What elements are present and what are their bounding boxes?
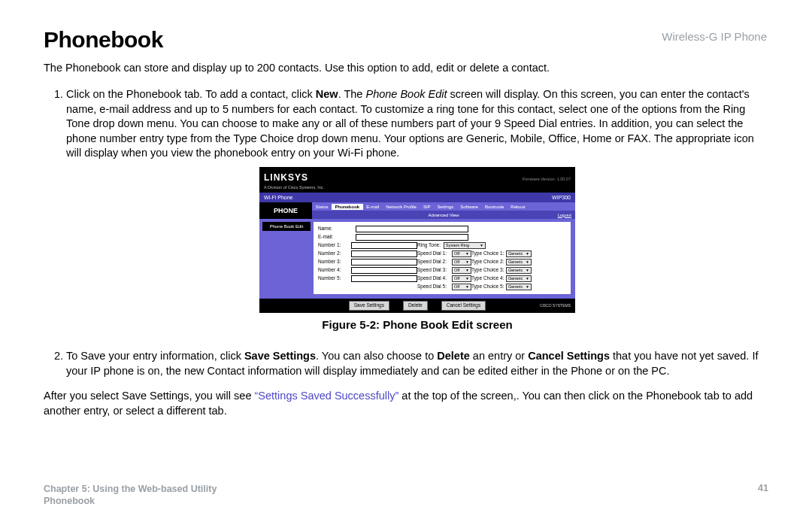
step2-m2: an entry or	[470, 350, 528, 362]
bar-title: Wi-Fi Phone	[264, 194, 293, 201]
figure-caption: Figure 5-2: Phone Book Edit screen	[66, 317, 768, 332]
tab-bootcode[interactable]: Bootcode	[481, 204, 507, 210]
step-2: To Save your entry information, click Sa…	[66, 349, 768, 378]
step2-m1: . You can also choose to	[316, 350, 437, 362]
header-product: Wireless-G IP Phone	[662, 30, 767, 43]
step1-new: New	[316, 88, 338, 100]
number1-input[interactable]	[351, 242, 417, 249]
footer-section: Phonebook	[44, 495, 217, 507]
tab-status[interactable]: Status	[312, 204, 332, 210]
label-sd5: Speed Dial 5:	[417, 284, 452, 290]
phonebook-edit-form: Name: E-mail: Number 1: Ring Tone: Syste…	[314, 222, 571, 294]
number5-input[interactable]	[351, 275, 417, 282]
save-settings-button[interactable]: Save Settings	[349, 301, 389, 311]
label-n4: Number 4:	[318, 267, 351, 274]
name-input[interactable]	[356, 226, 468, 232]
tab-network[interactable]: Network Profile	[383, 204, 420, 210]
step-1: Click on the Phonebook tab. To add a con…	[66, 87, 768, 332]
firmware-version: Firmware Version: 1.00.07	[523, 177, 571, 182]
delete-button[interactable]: Delete	[403, 301, 428, 311]
step1-italic: Phone Book Edit	[365, 88, 447, 100]
speed-dial-4-select[interactable]: Off▼	[452, 275, 471, 282]
label-n1: Number 1:	[318, 242, 351, 249]
label-n5: Number 5:	[318, 275, 351, 282]
cancel-settings-button[interactable]: Cancel Settings	[441, 301, 486, 311]
label-n2: Number 2:	[318, 250, 351, 257]
chevron-down-icon: ▼	[480, 243, 483, 248]
tab-settings[interactable]: Settings	[434, 204, 457, 210]
bar-model: WIP300	[552, 194, 571, 201]
speed-dial-3-select[interactable]: Off▼	[452, 267, 471, 274]
tab-phonebook[interactable]: Phonebook	[332, 204, 363, 210]
type-choice-4-select[interactable]: Generic▼	[506, 275, 532, 282]
type-choice-2-select[interactable]: Generic▼	[506, 259, 532, 266]
label-tc3: Type Choice 3:	[471, 267, 506, 274]
label-sd4: Speed Dial 4:	[417, 275, 452, 282]
label-tc2: Type Choice 2:	[471, 259, 506, 266]
footer-chapter: Chapter 5: Using the Web-based Utility	[44, 483, 217, 495]
page-title: Phonebook	[44, 27, 768, 53]
figure-screenshot: LINKSYS A Division of Cisco Systems, Inc…	[259, 167, 575, 313]
steps-list: Click on the Phonebook tab. To add a con…	[44, 87, 768, 378]
label-email: E-mail:	[318, 234, 351, 241]
label-n3: Number 3:	[318, 259, 351, 266]
label-sd2: Speed Dial 2:	[417, 259, 452, 266]
label-sd3: Speed Dial 3:	[417, 267, 452, 274]
label-tc4: Type Choice 4:	[471, 275, 506, 282]
intro-text: The Phonebook can store and display up t…	[44, 62, 768, 74]
step2-save: Save Settings	[244, 350, 316, 362]
linksys-logo: LINKSYS	[264, 172, 308, 183]
advanced-view[interactable]: Advanced View	[428, 212, 459, 218]
linksys-division: A Division of Cisco Systems, Inc.	[264, 185, 324, 190]
after-text: After you select Save Settings, you will…	[44, 389, 768, 418]
tab-email[interactable]: E-mail	[363, 204, 383, 210]
label-name: Name:	[318, 226, 351, 232]
type-choice-1-select[interactable]: Generic▼	[506, 250, 532, 257]
after-pre: After you select Save Settings, you will…	[44, 390, 254, 402]
cisco-logo: CISCO SYSTEMS	[540, 304, 571, 308]
number2-input[interactable]	[351, 250, 417, 257]
label-ring: Ring Tone:	[417, 242, 441, 249]
page-footer: Chapter 5: Using the Web-based Utility P…	[44, 483, 768, 508]
step2-pre: To Save your entry information, click	[66, 350, 244, 362]
phone-section: PHONE	[259, 202, 312, 219]
email-input[interactable]	[356, 234, 468, 241]
number4-input[interactable]	[351, 267, 417, 274]
label-tc1: Type Choice 1:	[471, 250, 506, 257]
number3-input[interactable]	[351, 259, 417, 266]
tab-software[interactable]: Software	[457, 204, 482, 210]
type-choice-3-select[interactable]: Generic▼	[506, 267, 532, 274]
form-heading: Phone Book Edit	[262, 222, 311, 231]
step1-pre: Click on the Phonebook tab. To add a con…	[66, 88, 316, 100]
step1-post1: . The	[338, 88, 366, 100]
speed-dial-1-select[interactable]: Off▼	[452, 250, 471, 257]
footer-page-number: 41	[758, 483, 768, 508]
tab-reboot[interactable]: Reboot	[508, 204, 529, 210]
label-sd1: Speed Dial 1:	[417, 250, 452, 257]
type-choice-5-select[interactable]: Generic▼	[506, 284, 532, 290]
step2-cancel: Cancel Settings	[528, 350, 610, 362]
speed-dial-2-select[interactable]: Off▼	[452, 259, 471, 266]
after-blue: “Settings Saved Successfully”	[254, 390, 398, 402]
tab-sip[interactable]: SIP	[420, 204, 434, 210]
logout-link[interactable]: Logout	[558, 212, 571, 218]
label-tc5: Type Choice 5:	[471, 284, 506, 290]
speed-dial-5-select[interactable]: Off▼	[452, 284, 471, 290]
ring-tone-select[interactable]: System Ring▼	[444, 242, 486, 249]
step2-delete: Delete	[437, 350, 470, 362]
